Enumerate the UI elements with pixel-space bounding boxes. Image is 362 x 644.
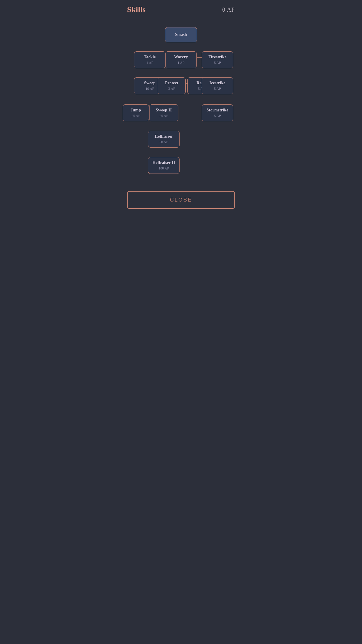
- skill-ap-stormstrike: 5 AP: [214, 114, 221, 118]
- skill-node-icestrike[interactable]: Icestrike5 AP: [202, 77, 233, 94]
- close-button[interactable]: CLOSE: [127, 191, 235, 209]
- skill-ap-firestrike: 5 AP: [214, 61, 221, 65]
- skill-node-tackle[interactable]: Tackle1 AP: [134, 51, 166, 68]
- page-wrapper: Skills 0 AP SmashTackle1 APWarcry1 APFir…: [121, 0, 241, 215]
- skill-node-hellraiser[interactable]: Hellraiser50 AP: [148, 131, 180, 148]
- skill-ap-hellraiser2: 100 AP: [159, 166, 169, 171]
- skill-name-protect: Protect: [165, 80, 178, 86]
- header: Skills 0 AP: [121, 0, 241, 17]
- skill-name-icestrike: Icestrike: [210, 80, 226, 86]
- skill-name-sweep: Sweep: [144, 80, 156, 86]
- skill-name-tackle: Tackle: [144, 55, 156, 60]
- skill-ap-sweep: 10 AP: [145, 87, 154, 91]
- skill-ap-icestrike: 5 AP: [214, 87, 221, 91]
- skill-node-firestrike[interactable]: Firestrike5 AP: [202, 51, 233, 68]
- skill-node-warcry[interactable]: Warcry1 AP: [165, 51, 197, 68]
- skill-name-hellraiser2: Hellraiser II: [152, 160, 175, 165]
- skill-ap-tackle: 1 AP: [146, 61, 153, 65]
- skill-name-sweep2: Sweep II: [156, 108, 172, 113]
- skill-node-jump[interactable]: Jump25 AP: [123, 104, 149, 121]
- bottom-area: CLOSE: [121, 202, 241, 215]
- skill-ap-warcry: 1 AP: [178, 61, 184, 65]
- skill-node-protect[interactable]: Protect3 AP: [158, 77, 186, 94]
- skill-tree-area: SmashTackle1 APWarcry1 APFirestrike5 APS…: [121, 17, 241, 202]
- skill-name-warcry: Warcry: [174, 55, 188, 60]
- skill-name-hellraiser: Hellraiser: [155, 134, 173, 139]
- skill-name-jump: Jump: [131, 108, 141, 113]
- skill-ap-jump: 25 AP: [131, 114, 140, 118]
- page-title: Skills: [127, 5, 146, 14]
- skill-ap-protect: 3 AP: [168, 87, 175, 91]
- skill-node-smash[interactable]: Smash: [165, 27, 197, 42]
- skill-ap-hellraiser: 50 AP: [159, 140, 168, 144]
- skill-node-hellraiser2[interactable]: Hellraiser II100 AP: [148, 157, 180, 174]
- skill-node-stormstrike[interactable]: Stormstrike5 AP: [202, 104, 233, 121]
- ap-display: 0 AP: [222, 6, 235, 13]
- skill-node-sweep2[interactable]: Sweep II25 AP: [149, 104, 178, 121]
- skill-ap-sweep2: 25 AP: [159, 114, 168, 118]
- skill-name-stormstrike: Stormstrike: [207, 108, 229, 113]
- skill-name-firestrike: Firestrike: [208, 55, 226, 60]
- skill-name-smash: Smash: [175, 32, 187, 37]
